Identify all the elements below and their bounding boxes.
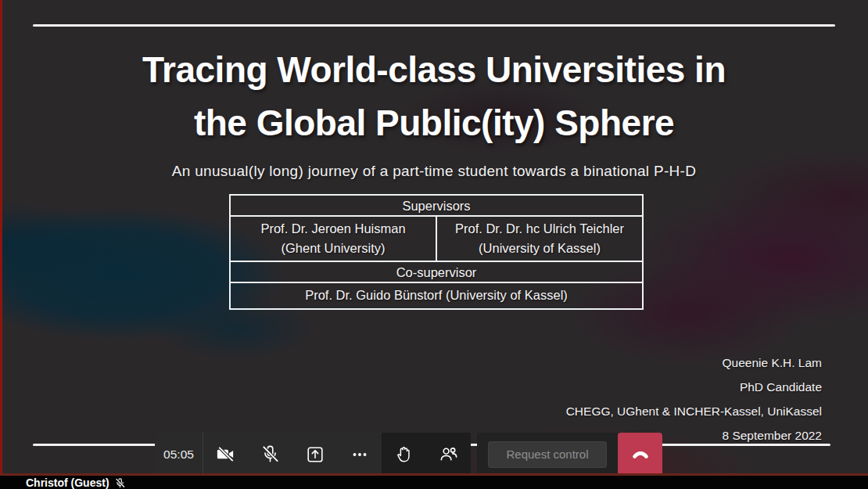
slide-title-line2: the Global Public(ity) Sphere (0, 96, 868, 149)
credits-affiliation: CHEGG, UGhent & INCHER-Kassel, UniKassel (566, 399, 822, 423)
slide-top-rule (33, 24, 835, 27)
people-icon (438, 444, 459, 465)
raise-hand-icon (394, 444, 414, 465)
mic-off-icon (114, 477, 126, 489)
slide-title-line1: Tracing World-class Universities in (0, 43, 868, 96)
more-options-icon (350, 444, 370, 465)
supervisors-header: Supervisors (231, 196, 642, 217)
co-supervisor-header: Co-supervisor (231, 262, 642, 283)
participant-strip: Christof (Guest) (0, 476, 868, 489)
supervisor-cell-left: Prof. Dr. Jeroen Huisman (Ghent Universi… (231, 217, 436, 261)
supervisor-affiliation: (Ghent University) (234, 239, 432, 258)
supervisors-table: Supervisors Prof. Dr. Jeroen Huisman (Gh… (229, 194, 644, 310)
call-timer: 05:05 (155, 433, 203, 476)
screenshare-border-left (0, 0, 2, 475)
supervisor-name: Prof. Dr. Dr. hc Ulrich Teichler (440, 219, 639, 239)
mic-toggle-button[interactable] (248, 433, 292, 476)
co-supervisor-cell: Prof. Dr. Guido Bünstorf (University of … (231, 283, 642, 308)
participant-label: Christof (Guest) (26, 476, 126, 489)
call-controls-reactions-section (382, 433, 471, 476)
slide-subtitle: An unusual(ly long) journey of a part-ti… (0, 163, 868, 180)
mic-off-icon (260, 444, 281, 465)
more-options-button[interactable] (337, 433, 382, 476)
share-screen-icon (305, 444, 325, 465)
supervisor-cell-right: Prof. Dr. Dr. hc Ulrich Teichler (Univer… (436, 217, 642, 261)
call-control-bar: 05:05 (155, 433, 618, 476)
participant-name: Christof (Guest) (26, 476, 109, 489)
supervisor-name: Prof. Dr. Jeroen Huisman (234, 219, 432, 239)
hang-up-button[interactable] (618, 433, 662, 476)
people-button[interactable] (426, 433, 471, 476)
request-control-button[interactable]: Request control (488, 441, 607, 468)
shared-screen-slide: Tracing World-class Universities in the … (0, 0, 868, 475)
share-screen-button[interactable] (292, 433, 337, 476)
raise-hand-button[interactable] (382, 433, 426, 476)
call-controls-request-section: Request control (477, 433, 618, 476)
call-controls-main-section: 05:05 (155, 433, 382, 476)
supervisor-affiliation: (University of Kassel) (440, 239, 639, 258)
hang-up-icon (629, 444, 651, 466)
camera-toggle-button[interactable] (203, 433, 248, 476)
credits-author: Queenie K.H. Lam (566, 351, 822, 375)
slide-title: Tracing World-class Universities in the … (0, 43, 868, 149)
camera-off-icon (215, 444, 236, 465)
credits-role: PhD Candidate (566, 375, 822, 399)
callbar-gap (471, 433, 477, 476)
supervisors-row: Prof. Dr. Jeroen Huisman (Ghent Universi… (231, 217, 642, 262)
